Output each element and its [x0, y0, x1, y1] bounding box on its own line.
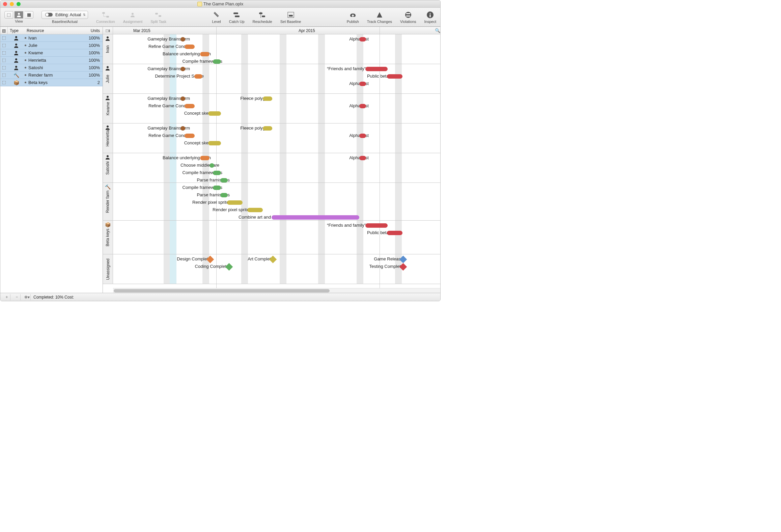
toolbar: ⬚ ▦ View Editing: Actual ⇅ Baseline/Actu…	[0, 8, 440, 27]
drag-handle-icon[interactable]	[2, 66, 6, 69]
inspect-icon[interactable]	[426, 11, 434, 19]
svg-point-23	[15, 51, 17, 53]
resource-name: Beta keys	[28, 80, 48, 85]
search-icon[interactable]: 🔍	[435, 27, 440, 34]
add-button[interactable]: ＋	[3, 294, 10, 300]
bullet-icon	[25, 67, 26, 68]
status-text: Completed: 10% Cost:	[33, 295, 74, 300]
gantt-row: Julie Gameplay Brainstorm“Friends and fa…	[103, 64, 440, 94]
view-gantt-button[interactable]: ⬚	[4, 11, 13, 19]
task-bar[interactable]	[359, 134, 366, 138]
task-bar[interactable]	[247, 208, 263, 212]
gantt-row: Unassigned Design CompleteArt CompleteGa…	[103, 254, 440, 284]
resource-units: 100%	[84, 35, 103, 40]
task-bar[interactable]	[359, 82, 366, 86]
col-type[interactable]: Type	[8, 28, 25, 33]
task-bar[interactable]	[210, 163, 214, 168]
h-scrollbar[interactable]	[113, 288, 440, 293]
task-bar[interactable]	[387, 74, 402, 79]
task-bar[interactable]	[180, 67, 185, 71]
gantt-area[interactable]: ◫▮ Mar 2015Apr 2015 🔍 Ivan Gameplay Brai…	[103, 27, 440, 293]
row-handle-header[interactable]: ▤	[0, 27, 8, 34]
milestone-label: Testing Complete	[369, 264, 403, 269]
resource-row[interactable]: 📦 Beta keys 2	[0, 79, 103, 86]
task-bar[interactable]	[359, 156, 366, 160]
reschedule-icon[interactable]	[258, 11, 267, 19]
window-title: The Game Plan.oplx	[203, 1, 244, 6]
svg-rect-2	[106, 16, 109, 18]
bullet-icon	[25, 45, 26, 46]
task-bar[interactable]	[200, 52, 210, 56]
task-bar[interactable]	[213, 186, 221, 190]
resource-row[interactable]: 🔨 Render farm 100%	[0, 72, 103, 79]
drag-handle-icon[interactable]	[2, 51, 6, 55]
publish-icon[interactable]	[349, 11, 357, 19]
gantt-row: Satoshi Balance underlying mathAlpha tes…	[103, 153, 440, 183]
task-bar[interactable]	[185, 104, 195, 108]
level-icon[interactable]	[213, 11, 221, 19]
close-icon[interactable]	[3, 2, 7, 6]
violations-icon[interactable]	[404, 11, 412, 19]
task-bar[interactable]	[272, 215, 359, 220]
baseline-dropdown[interactable]: Editing: Actual ⇅	[41, 11, 88, 19]
task-bar[interactable]	[263, 126, 272, 131]
resource-units: 2	[84, 80, 103, 85]
resource-row[interactable]: Julie 100%	[0, 42, 103, 49]
titlebar[interactable]: The Game Plan.oplx	[0, 0, 440, 8]
minimize-icon[interactable]	[10, 2, 14, 6]
task-bar[interactable]	[185, 134, 195, 138]
task-bar[interactable]	[180, 126, 185, 131]
task-bar[interactable]	[194, 74, 202, 79]
task-bar[interactable]	[180, 37, 185, 41]
task-bar[interactable]	[220, 193, 228, 197]
set-baseline-icon[interactable]	[287, 11, 295, 19]
gantt-stats-icon[interactable]: ◫▮	[103, 27, 113, 34]
split-task-icon[interactable]	[155, 11, 163, 19]
drag-handle-icon[interactable]	[2, 36, 6, 40]
resource-name: Ivan	[28, 35, 37, 40]
gantt-row: 🔨 Render farm Compile frameworksParse fr…	[103, 183, 440, 221]
svg-point-19	[430, 13, 431, 14]
gantt-row: 📦 Beta keys “Friends and family” betaPub…	[103, 221, 440, 254]
assignment-icon[interactable]	[129, 11, 137, 19]
resource-row[interactable]: Ivan 100%	[0, 34, 103, 42]
view-resource-button[interactable]	[15, 11, 23, 19]
drag-handle-icon[interactable]	[2, 81, 6, 84]
resource-row[interactable]: Kwame 100%	[0, 49, 103, 57]
resource-row[interactable]: Henrietta 100%	[0, 57, 103, 64]
bullet-icon	[25, 59, 26, 61]
task-bar[interactable]	[365, 223, 388, 228]
task-bar[interactable]	[263, 96, 272, 101]
task-bar[interactable]	[359, 104, 366, 108]
task-bar[interactable]	[227, 200, 243, 205]
task-bar[interactable]	[213, 171, 221, 175]
resource-row[interactable]: Satoshi 100%	[0, 64, 103, 72]
task-bar[interactable]	[200, 156, 210, 160]
remove-button[interactable]: －	[13, 294, 21, 300]
task-bar[interactable]	[213, 59, 221, 64]
task-bar[interactable]	[208, 111, 221, 116]
action-menu[interactable]: ✻▾	[23, 294, 31, 300]
resource-name: Satoshi	[28, 65, 43, 70]
task-bar[interactable]	[185, 45, 195, 49]
task-bar[interactable]	[365, 67, 388, 71]
catch-up-icon[interactable]	[233, 11, 241, 19]
col-resource[interactable]: Resource	[25, 28, 84, 33]
zoom-icon[interactable]	[17, 2, 21, 6]
drag-handle-icon[interactable]	[2, 74, 6, 77]
task-bar[interactable]	[208, 141, 221, 145]
resource-units: 100%	[84, 73, 103, 78]
statusbar: ＋ － ✻▾ Completed: 10% Cost:	[0, 293, 440, 301]
task-bar[interactable]	[180, 96, 185, 101]
view-calendar-button[interactable]: ▦	[25, 11, 33, 19]
task-bar[interactable]	[220, 178, 228, 183]
task-bar[interactable]	[387, 231, 402, 235]
task-bar[interactable]	[359, 37, 366, 41]
drag-handle-icon[interactable]	[2, 44, 6, 47]
connection-icon[interactable]	[102, 11, 110, 19]
col-units[interactable]: Units	[84, 28, 103, 33]
baseline-label: Baseline/Actual	[52, 20, 78, 24]
track-changes-icon[interactable]	[375, 11, 384, 19]
drag-handle-icon[interactable]	[2, 59, 6, 62]
gantt-row: Kwame Gameplay BrainstormFleece polygons…	[103, 94, 440, 123]
